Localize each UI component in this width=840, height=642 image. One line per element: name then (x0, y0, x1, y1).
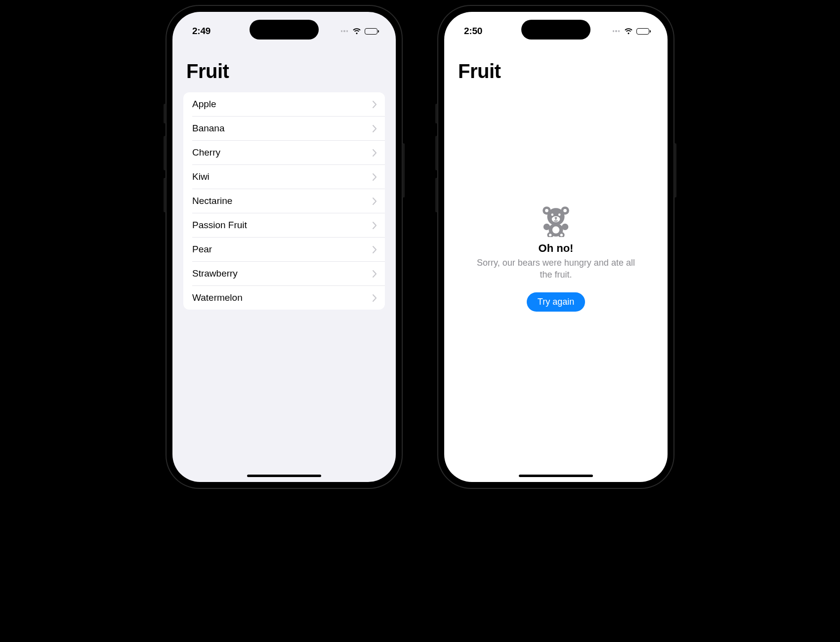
list-item[interactable]: Apple (183, 92, 385, 116)
screen: 2:49 Fruit AppleBananaCherryKiwiNectarin… (172, 12, 396, 482)
chevron-right-icon (373, 198, 377, 205)
svg-point-16 (560, 234, 563, 236)
list-item[interactable]: Banana (192, 116, 385, 140)
list-item[interactable]: Cherry (192, 140, 385, 164)
wifi-icon (624, 28, 633, 35)
list-item[interactable]: Kiwi (192, 164, 385, 189)
list-item-label: Watermelon (192, 292, 243, 303)
side-button (435, 178, 438, 212)
chevron-right-icon (373, 294, 377, 302)
list-item-label: Banana (192, 123, 225, 134)
svg-point-10 (552, 226, 559, 233)
svg-point-6 (558, 213, 561, 216)
screen: 2:50 Fruit (444, 12, 668, 482)
side-button (402, 143, 405, 198)
list-item[interactable]: Strawberry (192, 261, 385, 285)
home-indicator[interactable] (247, 475, 321, 477)
status-time: 2:50 (464, 26, 482, 37)
list-item-label: Cherry (192, 147, 220, 158)
list-item-label: Nectarine (192, 196, 232, 206)
dynamic-island (521, 20, 590, 40)
list-item[interactable]: Nectarine (192, 189, 385, 213)
side-button (435, 136, 438, 170)
status-icons (613, 28, 651, 35)
list-item-label: Strawberry (192, 268, 238, 279)
list-item[interactable]: Watermelon (192, 285, 385, 310)
side-button (164, 104, 166, 123)
list-item-label: Passion Fruit (192, 220, 247, 231)
page-title: Fruit (444, 41, 668, 88)
side-button (164, 178, 166, 212)
wifi-icon (352, 28, 362, 35)
side-button (164, 136, 166, 170)
svg-point-15 (549, 234, 551, 236)
battery-icon (636, 28, 651, 35)
try-again-button[interactable]: Try again (527, 292, 585, 312)
svg-point-12 (562, 223, 568, 230)
svg-point-11 (544, 223, 550, 230)
svg-point-2 (545, 209, 548, 212)
dynamic-island (250, 20, 319, 40)
status-dots-icon (341, 30, 348, 32)
status-dots-icon (613, 30, 620, 32)
list-item-label: Kiwi (192, 171, 210, 182)
chevron-right-icon (373, 173, 377, 181)
list-item[interactable]: Passion Fruit (192, 213, 385, 237)
page-title: Fruit (172, 41, 396, 88)
side-button (674, 143, 676, 198)
chevron-right-icon (373, 101, 377, 108)
phone-mockup-right: 2:50 Fruit (437, 5, 674, 489)
teddy-bear-icon (540, 204, 572, 237)
battery-icon (365, 28, 379, 35)
chevron-right-icon (373, 222, 377, 229)
empty-state-heading: Oh no! (539, 242, 574, 255)
phone-mockup-left: 2:49 Fruit AppleBananaCherryKiwiNectarin… (166, 5, 403, 489)
chevron-right-icon (373, 246, 377, 253)
status-icons (341, 28, 379, 35)
svg-point-3 (563, 209, 567, 212)
fruit-list: AppleBananaCherryKiwiNectarinePassion Fr… (183, 92, 385, 310)
chevron-right-icon (373, 149, 377, 157)
home-indicator[interactable] (519, 475, 593, 477)
status-time: 2:49 (192, 26, 210, 37)
chevron-right-icon (373, 270, 377, 278)
side-button (435, 104, 438, 123)
list-item[interactable]: Pear (192, 237, 385, 261)
empty-state: Oh no! Sorry, our bears were hungry and … (444, 88, 668, 482)
empty-state-description: Sorry, our bears were hungry and ate all… (477, 257, 635, 281)
chevron-right-icon (373, 125, 377, 132)
list-item-label: Apple (192, 99, 216, 110)
svg-point-5 (551, 213, 554, 216)
list-item-label: Pear (192, 244, 212, 255)
